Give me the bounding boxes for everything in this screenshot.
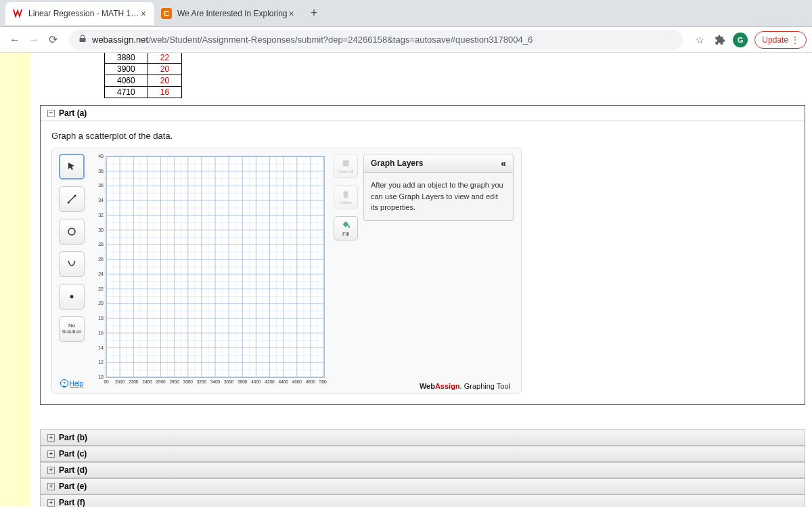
expand-icon: +: [47, 483, 55, 490]
tab-title: We Are Interested In Exploring: [177, 9, 288, 18]
part-label: Part (c): [59, 449, 87, 459]
favicon-webassign: [12, 8, 23, 19]
part-label: Part (d): [59, 465, 87, 475]
star-icon[interactable]: ☆: [691, 31, 708, 49]
forward-button[interactable]: →: [24, 30, 43, 49]
part-label: Part (f): [59, 498, 85, 507]
profile-badge[interactable]: G: [733, 33, 748, 47]
svg-point-4: [74, 195, 76, 197]
svg-text:2800: 2800: [169, 379, 179, 384]
reload-button[interactable]: ⟳: [43, 30, 62, 49]
layers-body: After you add an object to the graph you…: [363, 173, 514, 221]
collapse-icon: −: [47, 110, 55, 117]
graphing-tool: No Solution Help 20002200240026002800300…: [51, 148, 522, 394]
part-label: Part (e): [59, 482, 87, 491]
pointer-tool[interactable]: [59, 154, 85, 179]
svg-text:2400: 2400: [142, 379, 152, 384]
no-solution-tool[interactable]: No Solution: [59, 316, 85, 342]
svg-text:20: 20: [98, 301, 104, 305]
graph-layers-panel: Graph Layers « After you add an object t…: [363, 154, 514, 387]
browser-tab-1[interactable]: C We Are Interested In Exploring ×: [154, 2, 302, 25]
svg-text:32: 32: [98, 213, 104, 217]
url-path: /web/Student/Assignment-Responses/submit…: [148, 35, 533, 45]
part-header-b[interactable]: +Part (b): [40, 429, 805, 446]
new-tab-button[interactable]: +: [302, 6, 326, 20]
menu-dots-icon: ⋮: [791, 35, 799, 45]
parabola-tool[interactable]: [59, 251, 85, 277]
svg-text:28: 28: [98, 242, 104, 247]
page-content: 388022 390020 406020 471016 − Part (a) G…: [0, 53, 812, 507]
data-table: 388022 390020 406020 471016: [104, 53, 182, 98]
svg-text:4400: 4400: [278, 379, 288, 384]
close-icon[interactable]: ×: [288, 7, 296, 20]
svg-text:2200: 2200: [129, 379, 139, 384]
chevron-left-icon[interactable]: «: [501, 158, 506, 169]
part-header-f[interactable]: +Part (f): [40, 494, 805, 507]
left-margin: [0, 53, 30, 507]
update-button[interactable]: Update⋮: [754, 31, 807, 49]
url-input[interactable]: webassign.net/web/Student/Assignment-Res…: [69, 30, 683, 50]
expand-icon: +: [47, 450, 55, 458]
back-button[interactable]: ←: [5, 30, 24, 49]
svg-text:3200: 3200: [197, 379, 207, 384]
svg-text:4200: 4200: [265, 379, 275, 384]
svg-text:16: 16: [98, 331, 104, 335]
svg-text:12: 12: [98, 360, 104, 364]
part-label: Part (a): [59, 108, 87, 118]
svg-text:34: 34: [98, 198, 104, 203]
url-domain: webassign.net: [92, 35, 148, 45]
svg-text:3400: 3400: [210, 379, 221, 384]
expand-icon: +: [47, 467, 55, 474]
svg-text:14: 14: [98, 345, 104, 350]
svg-text:22: 22: [98, 287, 104, 291]
svg-text:3600: 3600: [224, 379, 234, 384]
svg-text:5000: 5000: [319, 379, 327, 384]
svg-line-2: [68, 196, 75, 203]
extensions-icon[interactable]: [711, 31, 729, 49]
help-link[interactable]: Help: [60, 379, 84, 387]
part-a: − Part (a) Graph a scatterplot of the da…: [40, 105, 805, 405]
scatter-plot[interactable]: 2000220024002600280030003200340036003800…: [90, 154, 327, 387]
svg-text:00: 00: [104, 379, 109, 384]
svg-text:4600: 4600: [292, 379, 302, 384]
svg-text:18: 18: [98, 316, 104, 320]
svg-text:2600: 2600: [156, 379, 166, 384]
tool-column: No Solution Help: [58, 154, 86, 387]
layers-header[interactable]: Graph Layers «: [363, 154, 514, 173]
delete-button[interactable]: Delete: [334, 185, 358, 209]
svg-rect-137: [343, 161, 349, 167]
svg-text:38: 38: [98, 169, 104, 173]
expand-icon: +: [47, 434, 55, 442]
svg-text:4800: 4800: [306, 379, 316, 384]
layers-title: Graph Layers: [371, 158, 423, 168]
side-controls: Clear All Delete Fill: [334, 154, 358, 387]
point-tool[interactable]: [59, 284, 85, 310]
svg-text:3800: 3800: [238, 379, 248, 384]
svg-text:4000: 4000: [251, 379, 261, 384]
svg-text:10: 10: [98, 375, 104, 379]
clear-all-button[interactable]: Clear All: [334, 154, 358, 178]
table-row: 471016: [105, 87, 182, 98]
close-icon[interactable]: ×: [139, 7, 148, 20]
plot-area[interactable]: 2000220024002600280030003200340036003800…: [90, 154, 327, 387]
expand-icon: +: [47, 499, 55, 507]
svg-point-3: [68, 202, 70, 204]
svg-text:3000: 3000: [183, 379, 194, 384]
browser-tab-0[interactable]: Linear Regression - MATH 115: ×: [5, 2, 154, 25]
circle-tool[interactable]: [59, 219, 85, 245]
svg-text:C: C: [164, 9, 169, 18]
part-label: Part (b): [59, 433, 87, 442]
part-a-header[interactable]: − Part (a): [41, 106, 805, 121]
svg-text:30: 30: [98, 228, 104, 232]
part-header-c[interactable]: +Part (c): [40, 446, 805, 462]
address-bar: ← → ⟳ webassign.net/web/Student/Assignme…: [0, 27, 812, 53]
fill-button[interactable]: Fill: [334, 216, 358, 240]
svg-text:2000: 2000: [115, 379, 125, 384]
favicon-chegg: C: [161, 8, 172, 19]
part-header-e[interactable]: +Part (e): [40, 478, 805, 494]
lock-icon: [78, 35, 87, 45]
line-tool[interactable]: [59, 186, 85, 212]
part-header-d[interactable]: +Part (d): [40, 462, 805, 478]
svg-point-6: [70, 295, 74, 299]
graph-footer: WebAssign. Graphing Tool: [420, 378, 514, 390]
